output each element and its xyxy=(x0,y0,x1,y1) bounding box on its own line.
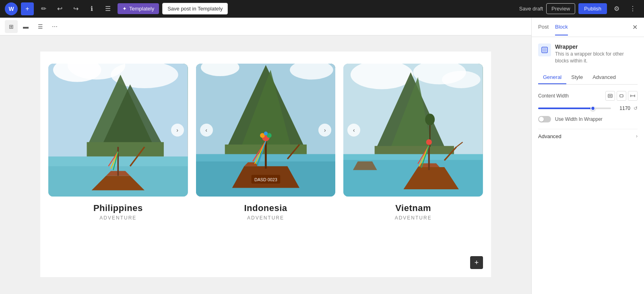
card-image-philippines: › xyxy=(48,64,188,197)
info-btn[interactable]: ℹ xyxy=(85,2,98,15)
edit-btn[interactable]: ✏ xyxy=(37,2,50,15)
top-bar-right: Save draft Preview Publish ⚙ ⋮ xyxy=(519,2,639,15)
right-sidebar: Post Block ✕ Wrapper This is a wrapper b… xyxy=(531,18,644,294)
vietnam-image-svg xyxy=(343,64,483,197)
add-block-toolbar-btn[interactable]: + xyxy=(21,2,34,15)
block-info-text: Wrapper This is a wrapper block for othe… xyxy=(555,43,638,64)
svg-rect-64 xyxy=(620,95,623,97)
card-vietnam: ‹ Vietnam ADVENTURE xyxy=(343,64,483,221)
block-toolbar: ⊞ ▬ ☰ ⋯ xyxy=(0,18,531,35)
content-width-icon-2[interactable] xyxy=(617,91,626,101)
card-nav-right-indonesia[interactable]: › xyxy=(318,124,331,137)
svg-rect-48 xyxy=(343,154,483,160)
svg-point-46 xyxy=(425,114,435,125)
sub-tab-general[interactable]: General xyxy=(538,71,566,84)
content-width-row: Content Width xyxy=(538,91,638,101)
save-draft-btn[interactable]: Save draft xyxy=(519,6,543,12)
save-templately-btn[interactable]: Save post in Templately xyxy=(162,3,228,14)
templately-btn[interactable]: ✦ Templately xyxy=(118,3,159,14)
card-subtitle-philippines: ADVENTURE xyxy=(99,215,136,221)
publish-btn[interactable]: Publish xyxy=(578,3,607,14)
wrapper-icon xyxy=(538,43,551,56)
editor-area: ⊞ ▬ ☰ ⋯ xyxy=(0,18,531,294)
list-view-btn[interactable]: ☰ xyxy=(101,2,114,15)
cards-grid: › Philippines ADVENTURE xyxy=(48,64,483,221)
use-width-row: Use Width In Wrapper xyxy=(538,116,638,122)
philippines-image-svg xyxy=(48,64,188,197)
content-width-value: 1170 xyxy=(614,106,630,111)
svg-text:DASD 0023: DASD 0023 xyxy=(254,177,277,182)
card-title-philippines: Philippines xyxy=(93,203,143,213)
card-title-indonesia: Indonesia xyxy=(244,203,287,213)
svg-rect-6 xyxy=(87,142,164,157)
card-image-indonesia: DASD 0023 ‹ › xyxy=(196,64,336,197)
use-width-label: Use Width In Wrapper xyxy=(555,116,603,122)
top-bar: W + ✏ ↩ ↪ ℹ ☰ ✦ Templately Save post in … xyxy=(0,0,644,18)
sub-tab-style[interactable]: Style xyxy=(566,71,588,84)
block-type-btn[interactable]: ⊞ xyxy=(5,20,18,33)
svg-point-41 xyxy=(442,71,481,88)
accordion-advanced-arrow: › xyxy=(636,133,638,139)
card-subtitle-indonesia: ADVENTURE xyxy=(247,215,284,221)
block-more-btn[interactable]: ⋯ xyxy=(48,20,61,33)
content-width-icon-3[interactable] xyxy=(628,91,638,101)
content-width-slider-row: 1170 ↺ xyxy=(538,106,638,111)
wp-logo[interactable]: W xyxy=(5,2,18,15)
redo-btn[interactable]: ↪ xyxy=(69,2,82,15)
content-wrapper: › Philippines ADVENTURE xyxy=(40,52,491,277)
content-width-label: Content Width xyxy=(538,93,569,99)
card-image-vietnam: ‹ xyxy=(343,64,483,197)
preview-btn[interactable]: Preview xyxy=(546,3,575,14)
block-info: Wrapper This is a wrapper block for othe… xyxy=(538,43,638,64)
block-align-btn[interactable]: ▬ xyxy=(19,20,32,33)
tab-post[interactable]: Post xyxy=(538,19,549,35)
canvas[interactable]: › Philippines ADVENTURE xyxy=(0,35,531,294)
content-width-icons xyxy=(605,91,638,101)
accordion-advanced[interactable]: Advanced › xyxy=(538,129,638,143)
card-nav-right-philippines[interactable]: › xyxy=(171,124,184,137)
indonesia-image-svg: DASD 0023 xyxy=(196,64,336,197)
content-width-reset-btn[interactable]: ↺ xyxy=(634,106,638,111)
svg-point-53 xyxy=(426,139,432,145)
card-title-vietnam: Vietnam xyxy=(395,203,431,213)
sidebar-content: Wrapper This is a wrapper block for othe… xyxy=(532,37,644,294)
svg-point-30 xyxy=(264,132,268,136)
templately-icon: ✦ xyxy=(122,6,127,12)
content-width-icon-1[interactable] xyxy=(605,91,615,101)
svg-rect-61 xyxy=(608,94,612,97)
content-width-slider[interactable] xyxy=(538,108,611,109)
accordion-advanced-label: Advanced xyxy=(538,133,561,139)
block-desc: This is a wrapper block for other blocks… xyxy=(555,51,638,64)
sidebar-tabs: Post Block xyxy=(538,19,568,35)
block-name: Wrapper xyxy=(555,43,638,50)
svg-rect-60 xyxy=(543,48,547,52)
undo-btn[interactable]: ↩ xyxy=(53,2,66,15)
settings-btn[interactable]: ⚙ xyxy=(610,2,623,15)
templately-label: Templately xyxy=(129,6,154,12)
card-indonesia: DASD 0023 ‹ › Indonesia ADVENTURE xyxy=(196,64,336,221)
block-list-btn[interactable]: ☰ xyxy=(34,20,47,33)
sub-tabs: General Style Advanced xyxy=(538,71,638,85)
add-block-canvas-btn[interactable]: + xyxy=(470,256,483,269)
main-layout: ⊞ ▬ ☰ ⋯ xyxy=(0,18,644,294)
close-sidebar-btn[interactable]: ✕ xyxy=(632,23,638,31)
sub-tab-advanced[interactable]: Advanced xyxy=(588,71,621,84)
sidebar-header: Post Block ✕ xyxy=(532,18,644,37)
card-subtitle-vietnam: ADVENTURE xyxy=(395,215,432,221)
tab-block[interactable]: Block xyxy=(555,19,568,35)
card-nav-left-vietnam[interactable]: ‹ xyxy=(347,124,360,137)
more-options-btn[interactable]: ⋮ xyxy=(626,2,639,15)
card-philippines: › Philippines ADVENTURE xyxy=(48,64,188,221)
card-nav-left-indonesia[interactable]: ‹ xyxy=(200,124,213,137)
use-width-toggle[interactable] xyxy=(538,116,551,122)
